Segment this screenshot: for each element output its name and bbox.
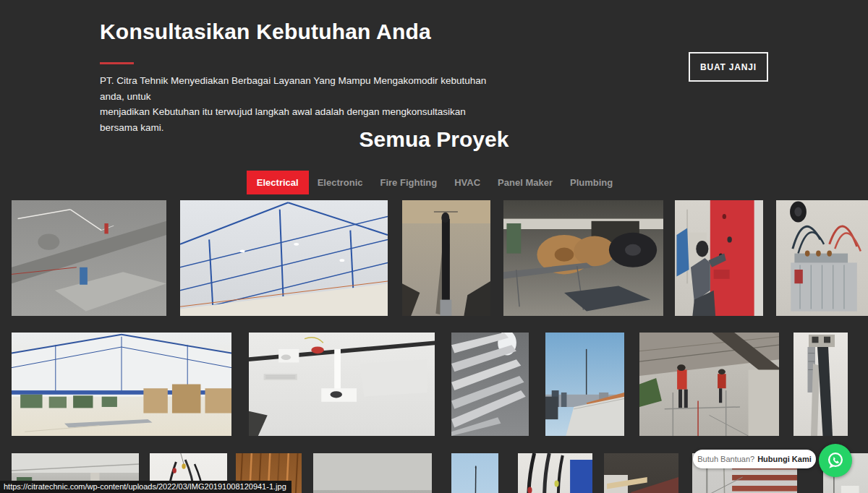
chat-help-pill[interactable]: Butuh Bantuan? Hubungi Kami [693,450,816,468]
gallery-image-ceiling-installation-workers[interactable] [639,333,779,436]
status-bar-url: https://citratechnic.com/wp-content/uplo… [0,481,292,493]
gallery-image-hallway-ceiling[interactable] [604,453,678,493]
gallery-image-lightning-rod[interactable] [402,200,490,316]
gallery-image-blue-roof-structure[interactable] [180,200,388,316]
gallery-image-cable-tray-stack[interactable] [451,333,529,436]
project-gallery [0,0,868,493]
page: Konsultasikan Kebutuhan Anda PT. Citra T… [0,0,868,493]
chat-help-text-bold: Hubungi Kami [757,455,812,463]
gallery-image-antenna-sky[interactable] [451,453,498,493]
whatsapp-button[interactable] [819,444,852,477]
gallery-image-concrete-ceiling-piping[interactable] [12,200,166,316]
chat-help-text: Butuh Bantuan? [697,455,754,463]
gallery-image-cable-bundle-closeup[interactable] [518,453,592,493]
gallery-image-projector-ceiling[interactable] [249,333,435,436]
whatsapp-icon [825,450,846,471]
gallery-image-warehouse-interior[interactable] [12,333,231,436]
gallery-image-transformer-cables[interactable] [776,200,868,316]
gallery-image-cable-drums-workshop[interactable] [503,200,663,316]
gallery-image-electrician-red-panel[interactable] [675,200,763,316]
gallery-image-riser-cables[interactable] [793,333,848,436]
gallery-image-rooftop-sky-pole[interactable] [545,333,624,436]
gallery-image-plain-ceiling[interactable] [313,453,432,493]
